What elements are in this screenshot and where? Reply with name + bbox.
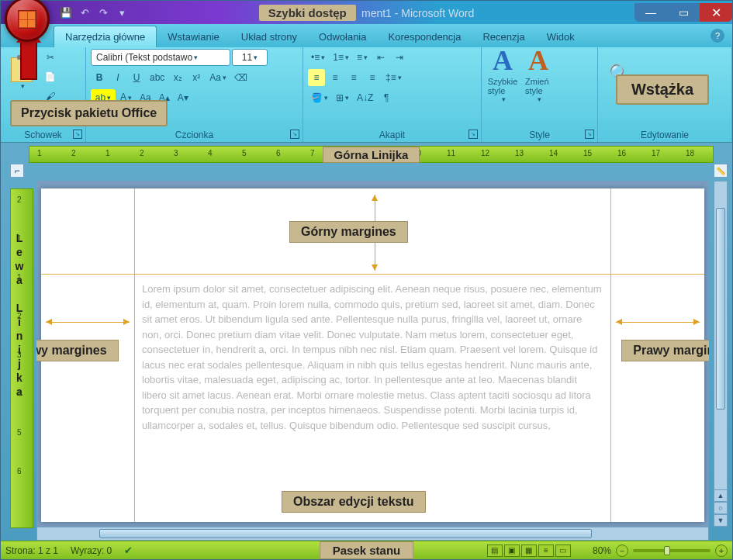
change-styles-button[interactable]: A Zmień style [522, 49, 555, 99]
horizontal-scrollbar[interactable] [36, 527, 709, 541]
font-launcher[interactable]: ↘ [290, 130, 299, 139]
vertical-scrollbar[interactable] [714, 181, 728, 514]
decrease-indent-button[interactable]: ⇤ [372, 49, 389, 66]
proofing-icon[interactable]: ✔ [124, 544, 137, 557]
minimize-button[interactable]: — [634, 3, 667, 22]
font-size-selector[interactable]: 11 [232, 49, 268, 66]
superscript-button[interactable]: x² [188, 69, 205, 86]
window-controls: — ▭ ✕ [634, 3, 732, 22]
ruler-tick: 1 [105, 149, 110, 157]
multilevel-button[interactable]: ≡ [354, 49, 371, 66]
ruler-tick: 16 [617, 149, 626, 157]
save-icon[interactable]: 💾 [59, 5, 73, 19]
qat-more-icon[interactable]: ▾ [115, 5, 129, 19]
web-layout-view[interactable]: ▦ [521, 544, 537, 557]
page[interactable]: Górny margines Lorem ipsum dolor sit ame… [41, 188, 704, 522]
bullets-button[interactable]: •≡ [308, 49, 328, 66]
strike-button[interactable]: abc [147, 69, 168, 86]
align-left-button[interactable]: ≡ [308, 69, 325, 86]
sort-button[interactable]: A↓Z [354, 89, 376, 106]
horizontal-ruler[interactable]: Górna Linijka 12123456789101112131415161… [29, 146, 714, 163]
clear-format-button[interactable]: ⌫ [231, 69, 251, 86]
zoom-out-button[interactable]: − [616, 544, 628, 557]
ruler-tick: 3 [174, 149, 178, 157]
select-browse-button[interactable]: ○ [714, 502, 728, 514]
ribbon-tabs: Narzędzia główne Wstawianie Układ strony… [1, 24, 732, 47]
subscript-button[interactable]: x₂ [169, 69, 186, 86]
italic-button[interactable]: I [109, 69, 126, 86]
show-marks-button[interactable]: ¶ [378, 89, 395, 106]
numbering-button[interactable]: 1≡ [330, 49, 352, 66]
ruler-tick: 11 [447, 149, 455, 157]
next-page-button[interactable]: ▼ [714, 514, 728, 527]
styles-launcher[interactable]: ↘ [585, 130, 594, 139]
copy-button[interactable]: 📄 [41, 68, 59, 85]
borders-button[interactable]: ⊞ [333, 89, 352, 106]
increase-indent-button[interactable]: ⇥ [391, 49, 408, 66]
draft-view[interactable]: ▭ [555, 544, 571, 557]
hscroll-thumb[interactable] [99, 529, 592, 538]
paragraph-launcher[interactable]: ↘ [468, 130, 478, 139]
align-right-button[interactable]: ≡ [345, 69, 362, 86]
help-button[interactable]: ? [711, 29, 724, 43]
ruler-tick: 2 [140, 149, 144, 157]
zoom-in-button[interactable]: + [715, 544, 728, 557]
clipboard-launcher[interactable]: ↘ [73, 130, 82, 139]
right-margin-callout: Prawy margines [621, 340, 709, 361]
quick-styles-label: Szybkie style [488, 77, 518, 95]
shading-button[interactable]: 🪣 [308, 89, 331, 106]
tab-page-layout[interactable]: Układ strony [230, 26, 308, 47]
view-buttons: ▤ ▣ ▦ ≡ ▭ [487, 544, 571, 557]
tab-references[interactable]: Odwołania [308, 26, 377, 47]
zoom-thumb[interactable] [664, 546, 670, 555]
ruler-tick: 6 [276, 149, 281, 157]
vruler-tick: 1 [17, 234, 22, 243]
undo-icon[interactable]: ↶ [78, 5, 92, 19]
top-margin-callout: Górny margines [289, 221, 408, 243]
align-center-button[interactable]: ≡ [327, 69, 344, 86]
tab-insert[interactable]: Wstawianie [157, 26, 230, 47]
group-clipboard: ✂ 📄 🖌 Schowek ↘ [1, 47, 86, 142]
vruler-tick: 4 [17, 389, 22, 398]
tab-stop-selector[interactable]: ⌐ [10, 164, 24, 178]
close-button[interactable]: ✕ [700, 3, 732, 22]
tab-home[interactable]: Narzędzia główne [54, 26, 157, 47]
word-count[interactable]: Wyrazy: 0 [71, 545, 112, 556]
top-ruler-callout: Górna Linijka [323, 147, 420, 163]
quick-styles-button[interactable]: A Szybkie style [486, 49, 519, 99]
underline-button[interactable]: U [128, 69, 145, 86]
zoom-level[interactable]: 80% [593, 545, 611, 556]
font-name-selector[interactable]: Calibri (Tekst podstawo [91, 49, 230, 66]
office-logo-icon [18, 10, 36, 29]
cut-button[interactable]: ✂ [41, 49, 59, 66]
tab-mailings[interactable]: Korespondencja [378, 26, 472, 47]
redo-icon[interactable]: ↷ [96, 5, 110, 19]
ruler-toggle-button[interactable]: 📏 [714, 164, 728, 178]
vruler-tick: 5 [17, 428, 22, 437]
prev-page-button[interactable]: ▲ [714, 489, 728, 502]
vruler-tick: 3 [17, 351, 22, 359]
outline-view[interactable]: ≡ [538, 544, 554, 557]
zoom-controls: 80% − + [593, 544, 728, 557]
line-spacing-button[interactable]: ‡≡ [382, 69, 405, 86]
full-screen-view[interactable]: ▣ [504, 544, 520, 557]
left-margin-callout: Lewy margines [36, 340, 119, 361]
print-layout-view[interactable]: ▤ [487, 544, 503, 557]
styles-a-icon: A [493, 44, 513, 77]
change-styles-label: Zmień style [525, 77, 551, 95]
zoom-slider[interactable] [633, 549, 711, 552]
bold-button[interactable]: B [91, 69, 108, 86]
ruler-tick: 2 [71, 149, 76, 157]
change-case-button[interactable]: Aa [206, 69, 230, 86]
ruler-tick: 18 [686, 149, 694, 157]
vscroll-thumb[interactable] [716, 208, 725, 410]
body-text[interactable]: Lorem ipsum dolor sit amet, consectetuer… [142, 282, 603, 433]
ruler-tick: 15 [583, 149, 592, 157]
page-status[interactable]: Strona: 1 z 1 [5, 545, 58, 556]
vertical-ruler[interactable]: Lewa Linijka 21123456 [10, 188, 33, 528]
office-arrow-annotation [18, 41, 40, 95]
top-margin-line [41, 274, 704, 275]
justify-button[interactable]: ≡ [364, 69, 381, 86]
shrink-font-button[interactable]: A▾ [175, 89, 192, 106]
maximize-button[interactable]: ▭ [667, 3, 700, 22]
